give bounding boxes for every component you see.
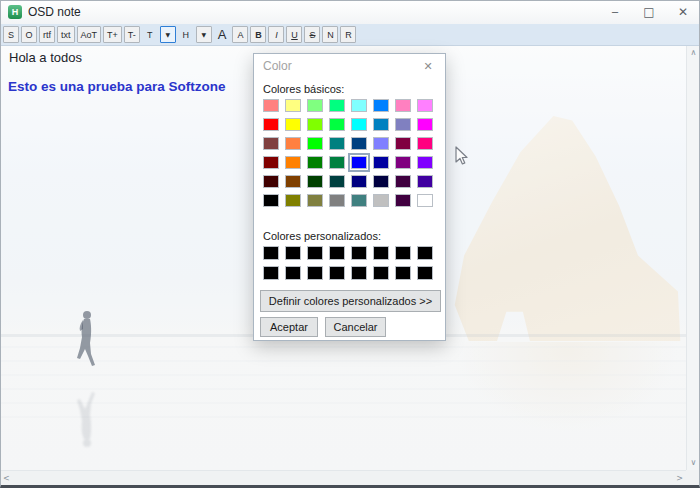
text-color-button[interactable]: T [142,26,158,43]
custom-color-swatch[interactable] [395,266,411,280]
minimize-button[interactable]: ─ [598,0,632,24]
basic-color-swatch[interactable] [307,137,323,150]
basic-color-swatch[interactable] [307,156,323,169]
always-on-top-button[interactable]: AoT [77,26,102,43]
basic-color-swatch[interactable] [373,99,389,112]
custom-color-swatch[interactable] [307,246,323,260]
custom-color-swatch[interactable] [351,266,367,280]
rtf-button[interactable]: rtf [39,26,55,43]
basic-color-swatch[interactable] [373,194,389,207]
basic-color-swatch[interactable] [263,175,279,188]
basic-color-swatch[interactable] [417,118,433,131]
basic-color-swatch[interactable] [263,194,279,207]
editor-text-line2: Esto es una prueba para Softzone [8,79,226,94]
basic-color-swatch[interactable] [285,175,301,188]
italic-button[interactable]: I [268,26,284,43]
basic-color-swatch[interactable] [373,175,389,188]
basic-color-swatch[interactable] [285,99,301,112]
custom-color-swatch[interactable] [417,246,433,260]
basic-color-swatch[interactable] [351,194,367,207]
txt-button[interactable]: txt [57,26,75,43]
basic-color-swatch[interactable] [329,156,345,169]
close-button[interactable]: ✕ [666,0,700,24]
basic-color-swatch[interactable] [351,137,367,150]
scroll-down-icon[interactable]: ∨ [691,456,697,470]
basic-color-swatch[interactable] [329,118,345,131]
highlight-dropdown[interactable]: ▼ [196,26,212,43]
basic-color-swatch[interactable] [417,137,433,150]
custom-color-swatch[interactable] [263,266,279,280]
custom-color-swatch[interactable] [263,246,279,260]
basic-color-swatch[interactable] [307,99,323,112]
basic-color-swatch[interactable] [395,156,411,169]
basic-color-swatch[interactable] [373,137,389,150]
scroll-right-icon[interactable]: > [676,472,683,486]
horizontal-scrollbar[interactable]: < > [0,470,686,486]
text-larger-button[interactable]: T+ [103,26,122,43]
basic-color-swatch[interactable] [307,118,323,131]
basic-color-swatch[interactable] [329,194,345,207]
vertical-scrollbar[interactable]: ∧ ∨ [686,46,700,470]
maximize-icon: □ [643,5,654,19]
basic-color-swatch[interactable] [329,137,345,150]
custom-color-swatch[interactable] [329,246,345,260]
basic-color-swatch[interactable] [285,156,301,169]
scrollbar-corner [686,470,700,486]
basic-color-swatch[interactable] [263,118,279,131]
scroll-up-icon[interactable]: ∧ [691,46,697,60]
font-button[interactable]: A [232,26,248,43]
font-large-button[interactable]: A [214,26,231,43]
open-button[interactable]: O [21,26,37,43]
basic-color-swatch[interactable] [395,194,411,207]
define-custom-colors-button[interactable]: Definir colores personalizados >> [260,290,441,312]
basic-color-swatch[interactable] [351,118,367,131]
cancel-button[interactable]: Cancelar [325,317,386,337]
basic-color-swatch[interactable] [417,194,433,207]
reset-button[interactable]: R [340,26,356,43]
basic-color-swatch[interactable] [395,175,411,188]
basic-color-swatch[interactable] [351,156,367,169]
basic-color-swatch[interactable] [373,156,389,169]
normal-button[interactable]: N [322,26,338,43]
accept-button[interactable]: Aceptar [260,317,318,337]
basic-color-swatch[interactable] [307,175,323,188]
basic-color-swatch[interactable] [329,99,345,112]
custom-color-swatch[interactable] [417,266,433,280]
custom-color-swatch[interactable] [373,266,389,280]
text-smaller-button[interactable]: T- [124,26,140,43]
maximize-button[interactable]: □ [632,0,666,24]
basic-color-swatch[interactable] [373,118,389,131]
custom-color-swatch[interactable] [285,246,301,260]
basic-color-swatch[interactable] [417,156,433,169]
text-color-dropdown[interactable]: ▼ [160,26,176,43]
custom-color-swatch[interactable] [307,266,323,280]
basic-color-swatch[interactable] [285,194,301,207]
basic-color-swatch[interactable] [351,175,367,188]
custom-color-swatch[interactable] [285,266,301,280]
bold-button[interactable]: B [250,26,266,43]
underline-button[interactable]: U [286,26,302,43]
custom-color-swatch[interactable] [395,246,411,260]
toolbar: SOrtftxtAoTT+T-T▼H▼AABIUSNR [0,24,700,46]
custom-color-swatch[interactable] [351,246,367,260]
basic-color-swatch[interactable] [329,175,345,188]
custom-color-swatch[interactable] [329,266,345,280]
basic-color-swatch[interactable] [285,118,301,131]
strikethrough-button[interactable]: S [304,26,320,43]
basic-color-swatch[interactable] [285,137,301,150]
basic-color-swatch[interactable] [307,194,323,207]
basic-color-swatch[interactable] [351,99,367,112]
highlight-button[interactable]: H [178,26,194,43]
basic-color-swatch[interactable] [417,175,433,188]
basic-color-swatch[interactable] [263,156,279,169]
basic-color-swatch[interactable] [395,118,411,131]
scroll-left-icon[interactable]: < [3,472,10,486]
basic-color-swatch[interactable] [395,99,411,112]
basic-color-swatch[interactable] [417,99,433,112]
save-button[interactable]: S [3,26,19,43]
dialog-close-button[interactable]: ✕ [416,57,440,76]
basic-color-swatch[interactable] [263,99,279,112]
basic-color-swatch[interactable] [395,137,411,150]
basic-color-swatch[interactable] [263,137,279,150]
custom-color-swatch[interactable] [373,246,389,260]
